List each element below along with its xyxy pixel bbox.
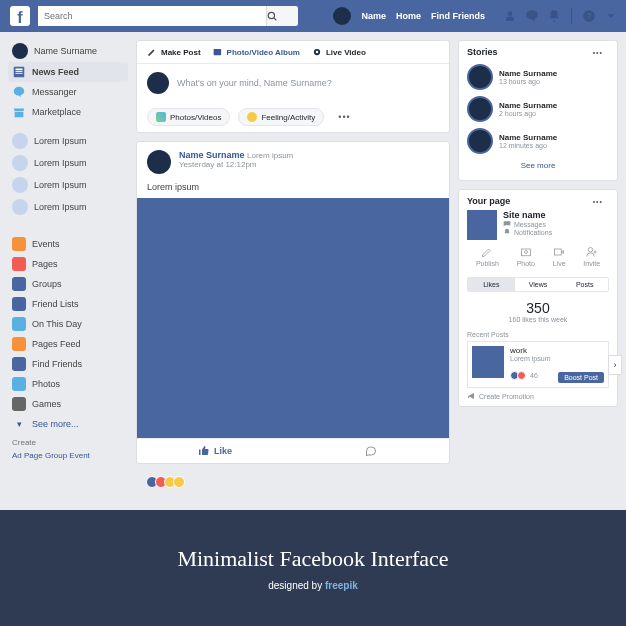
avatar-icon [12, 177, 28, 193]
nav-find-friends[interactable]: Find Friends [431, 11, 485, 21]
sidebar-on-this-day[interactable]: On This Day [8, 314, 128, 334]
sidebar-friend[interactable]: Lorem Ipsum [8, 130, 128, 152]
sidebar-see-more[interactable]: ▾See more... [8, 414, 128, 434]
recent-post-thumb [472, 346, 504, 378]
svg-rect-7 [16, 73, 23, 74]
sidebar-friend-lists[interactable]: Friend Lists [8, 294, 128, 314]
sidebar-news-feed[interactable]: News Feed [8, 62, 128, 82]
sidebar-pages-feed[interactable]: Pages Feed [8, 334, 128, 354]
recent-posts-label: Recent Posts [467, 331, 609, 338]
page-tab-likes[interactable]: Likes [468, 278, 515, 291]
avatar-icon [12, 155, 28, 171]
avatar-icon [12, 133, 28, 149]
reactions-bar[interactable] [136, 472, 450, 492]
page-publish[interactable]: Publish [476, 246, 499, 267]
footer-title: Minimalist Facebook Interface [177, 546, 448, 572]
profile-avatar-icon[interactable] [333, 7, 351, 25]
create-label: Create [8, 434, 128, 449]
boost-post-button[interactable]: Boost Post [558, 372, 604, 383]
facebook-logo-icon[interactable]: f [10, 6, 30, 26]
composer-more-icon[interactable]: ••• [332, 112, 356, 122]
stories-title: Stories [467, 47, 498, 57]
avatar-icon [12, 199, 28, 215]
page-more-icon[interactable]: ••• [587, 198, 609, 205]
stories-see-more[interactable]: See more [467, 157, 609, 174]
story-avatar-icon [467, 96, 493, 122]
sidebar-pages[interactable]: Pages [8, 254, 128, 274]
composer-prompt[interactable]: What's on your mind, Name Surname? [177, 78, 332, 88]
help-icon[interactable]: ? [582, 9, 596, 23]
page-photo[interactable]: Photo [517, 246, 535, 267]
composer-avatar-icon [147, 72, 169, 94]
page-stat-sub: 160 likes this week [471, 316, 605, 323]
svg-point-14 [588, 248, 593, 253]
post-author[interactable]: Name Surname [179, 150, 245, 160]
your-page-title: Your page [467, 196, 510, 206]
story-avatar-icon [467, 128, 493, 154]
story-item[interactable]: Name Surname13 hours ago [467, 61, 609, 93]
story-item[interactable]: Name Surname2 hours ago [467, 93, 609, 125]
create-links[interactable]: Ad Page Group Event [8, 449, 128, 462]
comment-button[interactable] [293, 439, 449, 463]
avatar-icon [12, 43, 28, 59]
sidebar-marketplace[interactable]: Marketplace [8, 102, 128, 122]
post-avatar-icon[interactable] [147, 150, 171, 174]
page-live[interactable]: Live [553, 246, 566, 267]
search-input[interactable] [38, 6, 266, 26]
post: Name Surname Lorem ipsum Yesterday at 12… [136, 141, 450, 464]
search-button[interactable] [266, 6, 298, 26]
tab-photo-album[interactable]: Photo/Video Album [213, 47, 300, 57]
sidebar-find-friends[interactable]: Find Friends [8, 354, 128, 374]
search-bar [38, 6, 298, 26]
composer: Make Post Photo/Video Album Live Video W… [136, 40, 450, 133]
page-tab-views[interactable]: Views [515, 278, 562, 291]
sidebar-friend[interactable]: Lorem Ipsum [8, 174, 128, 196]
svg-rect-5 [16, 69, 23, 71]
post-time: Yesterday at 12:12pm [179, 160, 293, 169]
notifications-icon[interactable] [547, 9, 561, 23]
stories-more-icon[interactable]: ••• [587, 49, 609, 56]
svg-point-0 [268, 12, 274, 18]
messages-icon[interactable] [525, 9, 539, 23]
friend-requests-icon[interactable] [503, 9, 517, 23]
like-button[interactable]: Like [137, 439, 293, 463]
page-tab-posts[interactable]: Posts [561, 278, 608, 291]
page-invite[interactable]: Invite [583, 246, 600, 267]
page-messages[interactable]: Messages [503, 220, 552, 228]
left-sidebar: Name Surname News FeedMessangerMarketpla… [8, 40, 128, 502]
svg-rect-13 [555, 249, 562, 255]
sidebar-events[interactable]: Events [8, 234, 128, 254]
svg-rect-11 [521, 249, 530, 256]
create-promotion[interactable]: Create Promotion [467, 388, 609, 400]
svg-point-10 [316, 51, 319, 54]
photos-videos-button[interactable]: Photos/Videos [147, 108, 230, 126]
tab-make-post[interactable]: Make Post [147, 47, 201, 57]
story-item[interactable]: Name Surname12 minutes ago [467, 125, 609, 157]
dropdown-icon[interactable] [606, 11, 616, 21]
sidebar-games[interactable]: Games [8, 394, 128, 414]
nav-home[interactable]: Home [396, 11, 421, 21]
page-notifications[interactable]: Notifications [503, 228, 552, 236]
sidebar-friend[interactable]: Lorem Ipsum [8, 196, 128, 218]
recent-post-card[interactable]: work Lorem ipsum 46 Boost Post › [467, 341, 609, 388]
feeling-activity-button[interactable]: Feeling/Activity [238, 108, 324, 126]
sidebar-friend[interactable]: Lorem Ipsum [8, 152, 128, 174]
your-page-panel: Your page••• Site name Messages Notifica… [458, 189, 618, 407]
svg-rect-8 [213, 49, 221, 55]
chevron-right-icon[interactable]: › [608, 355, 622, 375]
sidebar-profile[interactable]: Name Surname [8, 40, 128, 62]
top-nav: f Name Home Find Friends ? [0, 0, 626, 32]
svg-line-1 [274, 18, 277, 21]
footer-banner: Minimalist Facebook Interface designed b… [0, 510, 626, 626]
tab-live-video[interactable]: Live Video [312, 47, 366, 57]
svg-point-12 [524, 251, 527, 254]
nav-name[interactable]: Name [361, 11, 386, 21]
post-caption: Lorem ipsum [137, 182, 449, 198]
sidebar-photos[interactable]: Photos [8, 374, 128, 394]
page-thumb[interactable] [467, 210, 497, 240]
sidebar-groups[interactable]: Groups [8, 274, 128, 294]
page-name[interactable]: Site name [503, 210, 552, 220]
story-avatar-icon [467, 64, 493, 90]
post-image[interactable] [137, 198, 449, 438]
sidebar-messanger[interactable]: Messanger [8, 82, 128, 102]
